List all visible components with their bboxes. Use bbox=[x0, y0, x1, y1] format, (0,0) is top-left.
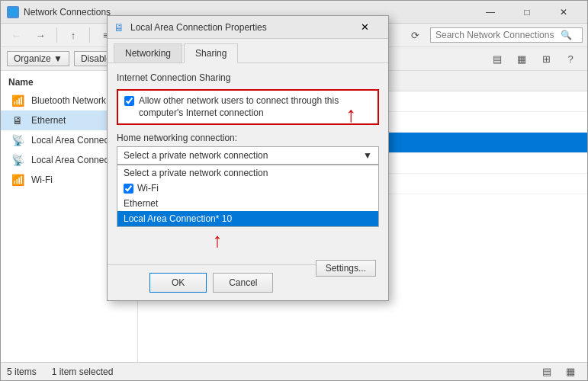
dropdown-list: Select a private network connection Wi-F… bbox=[117, 165, 379, 227]
dropdown-item-ethernet[interactable]: Ethernet bbox=[117, 196, 378, 211]
dialog-close-button[interactable]: ✕ bbox=[347, 16, 382, 39]
view-tiles-button[interactable]: ▦ bbox=[511, 50, 532, 68]
refresh-button[interactable]: ⟳ bbox=[404, 26, 426, 44]
arrow-up-indicator: ↓ bbox=[345, 105, 356, 130]
wifi-icon: 📶 bbox=[8, 173, 27, 187]
allow-sharing-row: Allow other network users to connect thr… bbox=[117, 89, 379, 125]
dialog-title: Local Area Connection Properties bbox=[130, 22, 342, 33]
dropdown-selected-text: Select a private network connection bbox=[124, 150, 268, 161]
dialog-titlebar: 🖥 Local Area Connection Properties ✕ bbox=[108, 16, 388, 39]
close-button[interactable]: ✕ bbox=[546, 1, 581, 24]
selected-count: 1 item selected bbox=[52, 367, 114, 377]
ethernet-label: Ethernet bbox=[31, 115, 66, 126]
arrow-down-indicator: ↑ bbox=[56, 229, 379, 252]
allow-sharing-label: Allow other network users to connect thr… bbox=[139, 95, 371, 119]
dropdown-item-wifi[interactable]: Wi-Fi bbox=[117, 181, 378, 196]
section-title: Internet Connection Sharing bbox=[117, 72, 379, 83]
view-icons-button[interactable]: ⊞ bbox=[535, 50, 557, 68]
dropdown-item-local10[interactable]: Local Area Connection* 10 bbox=[117, 211, 378, 226]
tab-networking[interactable]: Networking bbox=[114, 43, 182, 62]
dropdown-item-placeholder[interactable]: Select a private network connection bbox=[117, 165, 378, 181]
forward-button[interactable]: → bbox=[30, 26, 51, 44]
search-input[interactable] bbox=[435, 30, 557, 40]
ethernet-icon: 🖥 bbox=[8, 114, 27, 127]
home-network-label: Home networking connection: bbox=[117, 133, 379, 143]
status-view-1[interactable]: ▤ bbox=[536, 363, 557, 381]
chevron-down-icon: ▼ bbox=[363, 150, 372, 161]
back-button[interactable]: ← bbox=[5, 26, 27, 44]
allow-sharing-checkbox[interactable] bbox=[124, 96, 134, 106]
wifi-item-label: Wi-Fi bbox=[137, 183, 159, 194]
dialog: 🖥 Local Area Connection Properties ✕ Net… bbox=[107, 15, 389, 301]
toolbar-separator bbox=[56, 27, 57, 43]
settings-button[interactable]: Settings... bbox=[316, 260, 376, 277]
items-count: 5 items bbox=[7, 367, 37, 377]
dialog-content: Internet Connection Sharing Allow other … bbox=[108, 63, 388, 264]
wifi-checkbox[interactable] bbox=[124, 184, 133, 194]
dialog-footer: OK Cancel bbox=[108, 264, 316, 300]
nc-statusbar: 5 items 1 item selected ▤ ▦ bbox=[1, 362, 587, 380]
search-box: 🔍 bbox=[430, 27, 583, 43]
dialog-tabs: Networking Sharing bbox=[108, 39, 388, 63]
dialog-icon: 🖥 bbox=[114, 21, 126, 34]
help-button[interactable]: ? bbox=[560, 50, 581, 68]
wifi-label: Wi-Fi bbox=[31, 174, 53, 185]
cancel-button[interactable]: Cancel bbox=[213, 273, 273, 293]
view-details-button[interactable]: ▤ bbox=[487, 50, 508, 68]
window-icon: 🌐 bbox=[7, 6, 19, 18]
local2-icon: 📡 bbox=[8, 153, 27, 167]
organize-button[interactable]: Organize ▼ bbox=[7, 51, 69, 66]
ok-button[interactable]: OK bbox=[149, 273, 207, 293]
dropdown-container: Select a private network connection ▼ Se… bbox=[117, 146, 379, 227]
status-view-2[interactable]: ▦ bbox=[560, 363, 581, 381]
dropdown-trigger[interactable]: Select a private network connection ▼ bbox=[117, 146, 379, 165]
search-icon: 🔍 bbox=[561, 30, 572, 40]
bluetooth-icon: 📶 bbox=[8, 94, 27, 107]
titlebar-buttons: — □ ✕ bbox=[473, 1, 581, 24]
toolbar-separator-2 bbox=[89, 27, 90, 43]
local1-icon: 📡 bbox=[8, 133, 27, 147]
maximize-button[interactable]: □ bbox=[509, 1, 545, 24]
up-button[interactable]: ↑ bbox=[63, 26, 84, 44]
tab-sharing[interactable]: Sharing bbox=[184, 43, 238, 63]
minimize-button[interactable]: — bbox=[473, 1, 508, 24]
